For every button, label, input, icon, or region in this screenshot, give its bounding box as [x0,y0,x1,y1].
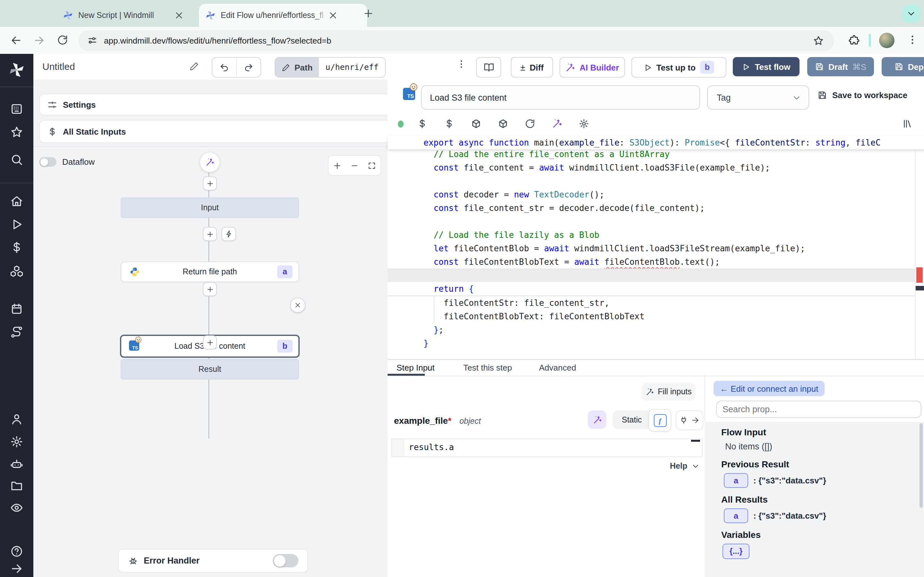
javascript-expression-chip[interactable]: f [649,409,671,432]
result-chip-a[interactable]: a [724,508,748,523]
sidebar-item-settings-gear-icon[interactable] [10,435,23,448]
library-icon[interactable] [902,119,913,129]
save-to-workspace-button[interactable]: Save to workspace [817,90,907,100]
extensions-puzzle-icon[interactable] [848,35,860,46]
path-control[interactable]: Path u/henri/eff [275,57,386,77]
error-handler-card[interactable]: Error Handler [118,549,308,572]
undo-icon[interactable] [220,63,229,72]
plus-icon [206,339,213,346]
input-mode-toggle[interactable]: Static f [613,410,670,429]
browser-tab-active[interactable]: Edit Flow u/henri/effortless_fl [199,4,367,27]
reload-icon[interactable] [525,119,535,129]
add-step-button[interactable] [203,282,217,296]
sidebar-item-workers-robot-icon[interactable] [10,458,23,471]
back-icon[interactable] [10,35,22,46]
tab-step-input[interactable]: Step Input [397,363,435,372]
package-icon[interactable] [498,119,508,129]
bookmark-star-icon[interactable] [813,35,824,46]
sidebar-item-home-icon[interactable] [10,195,23,208]
search-prop-input[interactable] [716,401,921,418]
more-options-icon[interactable] [456,59,467,69]
sidebar-item-apps-icon[interactable] [10,103,23,115]
test-flow-button[interactable]: Test flow [733,57,800,76]
draft-button[interactable]: Draft ⌘S [807,57,874,76]
redo-icon[interactable] [244,63,254,72]
sidebar-item-runs-play-icon[interactable] [10,218,23,231]
remove-step-button[interactable] [290,298,305,313]
sidebar-item-variables-dollar-icon[interactable] [10,241,23,254]
dataflow-toggle[interactable] [39,157,57,167]
variables-dollar-icon[interactable] [417,119,427,129]
package-icon[interactable] [471,119,481,129]
sidebar-item-resources-cubes-icon[interactable] [10,265,23,277]
add-trigger-bolt-button[interactable] [221,227,236,241]
avatar[interactable] [879,33,895,48]
flow-node-input[interactable]: Input [121,197,299,218]
test-up-to-button[interactable]: Test up to b [632,57,726,77]
result-chip-a[interactable]: a [724,473,748,488]
tab-close-icon[interactable] [174,11,184,20]
help-toggle[interactable]: Help [670,462,699,471]
add-step-button[interactable] [203,176,217,190]
wand-icon [646,388,654,396]
deploy-button[interactable]: Deploy [882,57,924,76]
expression-editor[interactable]: results.a [391,438,703,457]
sidebar-item-routes-icon[interactable] [10,326,23,338]
path-value[interactable]: u/henri/eff [319,58,385,76]
tab-search-button[interactable] [902,5,920,23]
sidebar-expand-arrow-icon[interactable] [10,562,23,575]
windmill-logo[interactable] [8,61,25,78]
ai-builder-button[interactable]: AI Builder [559,57,625,77]
variables-chip[interactable]: {...} [722,544,750,559]
sidebar-item-users-icon[interactable] [10,413,23,426]
edit-name-pencil-icon[interactable] [189,61,199,71]
add-step-button[interactable] [203,227,217,241]
flow-node-step-a[interactable]: Return file path a [121,261,299,282]
all-results-row[interactable]: a : {"s3":"data.csv"} [724,508,826,523]
flow-node-result[interactable]: Result [121,359,299,380]
fit-view-icon[interactable] [368,161,376,169]
flow-name[interactable]: Untitled [42,61,75,72]
browser-tab-inactive[interactable]: New Script | Windmill [57,4,209,27]
site-settings-icon[interactable] [87,35,97,45]
python-icon [129,267,140,277]
static-label: Static [622,415,642,424]
panel-scrollbar-thumb[interactable] [919,423,923,508]
ai-flow-wand-button[interactable] [200,152,220,172]
resources-dollar-icon[interactable] [444,119,454,129]
sidebar-item-search-icon[interactable] [10,153,23,166]
add-step-button[interactable] [203,335,217,350]
sidebar-item-schedules-calendar-icon[interactable] [10,303,23,316]
browser-menu-icon[interactable] [907,34,918,45]
tab-test-this-step[interactable]: Test this step [463,363,512,372]
tab-advanced[interactable]: Advanced [539,363,576,372]
step-name-input[interactable]: Load S3 file content [421,85,700,110]
previous-result-row[interactable]: a : {"s3":"data.csv"} [724,473,826,488]
zoom-out-icon[interactable] [351,161,359,169]
sidebar-item-audit-eye-icon[interactable] [10,501,23,514]
diff-button[interactable]: ± Diff [511,57,553,77]
sidebar-help-icon[interactable] [10,545,23,558]
docs-button[interactable] [476,57,501,77]
ai-wand-icon[interactable] [552,119,562,129]
tag-select[interactable]: Tag [707,85,809,110]
editor-settings-gear-icon[interactable] [579,119,589,129]
scrollbar-thumb[interactable] [916,286,924,290]
edit-or-connect-back-button[interactable]: ← Edit or connect an input [714,381,825,396]
undo-redo-group [212,57,261,77]
connect-input-group[interactable] [676,410,703,430]
sidebar-item-favorites-star-icon[interactable] [10,126,23,139]
omnibox[interactable]: app.windmill.dev/flows/edit/u/henri/effo… [78,30,834,51]
flow-settings-button[interactable]: Settings [39,93,391,115]
sidebar-item-folders-icon[interactable] [10,480,23,492]
forward-icon[interactable] [33,35,45,46]
new-tab-icon[interactable] [363,8,373,19]
reload-icon[interactable] [57,35,68,45]
error-handler-toggle[interactable] [273,554,298,567]
tab-close-icon[interactable] [328,11,338,20]
all-static-inputs-button[interactable]: All Static Inputs [39,120,391,143]
zoom-in-icon[interactable] [333,161,341,169]
fill-inputs-button[interactable]: Fill inputs [642,383,696,401]
code-editor[interactable]: // Load the entire file_content as a Uin… [388,136,915,359]
ai-fill-wand-button[interactable] [588,410,606,429]
